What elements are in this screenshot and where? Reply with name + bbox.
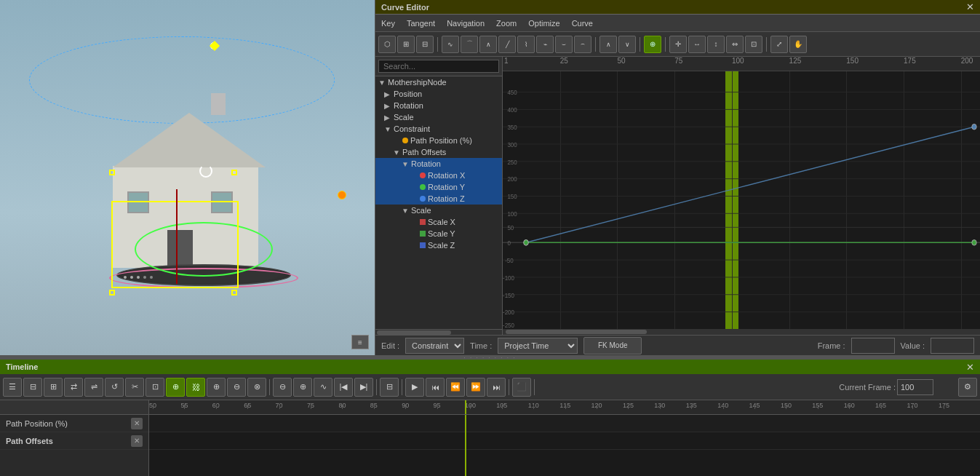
tl-filter[interactable]: ☰ — [3, 378, 22, 397]
tl-next[interactable]: ⏩ — [466, 378, 485, 397]
tl-play[interactable]: ▶ — [405, 378, 424, 397]
tl-record[interactable]: ⊕ — [166, 378, 185, 397]
track-close-po[interactable]: ✕ — [131, 435, 143, 447]
tree-node-constraint[interactable]: ▼ Constraint — [375, 123, 502, 135]
tree-node-position[interactable]: ▶ Position — [375, 88, 502, 100]
tl-output[interactable]: ⊟ — [380, 378, 399, 397]
tb-curve5[interactable]: ⌇ — [517, 36, 535, 53]
tb-move[interactable]: ✛ — [669, 36, 687, 53]
tb-curve7[interactable]: ⌣ — [555, 36, 573, 53]
menu-curve[interactable]: Curve — [572, 19, 593, 28]
tb-curve2[interactable]: ⌒ — [461, 36, 478, 53]
tree-node-scale[interactable]: ▶ Scale — [375, 111, 502, 123]
menu-optimize[interactable]: Optimize — [528, 19, 559, 28]
tree-scrollbar-thumb[interactable] — [377, 330, 451, 335]
tb-expand[interactable]: ⤢ — [770, 36, 788, 53]
tl-marker[interactable]: |◀ — [334, 378, 353, 397]
menu-navigation[interactable]: Navigation — [447, 19, 485, 28]
timeline-close[interactable]: ✕ — [966, 362, 974, 373]
tl-collapse[interactable]: ⊞ — [44, 378, 63, 397]
handle-tl — [109, 170, 115, 175]
tl-copy[interactable]: ⊡ — [146, 378, 164, 397]
info-button[interactable]: ≡ — [351, 335, 369, 349]
menu-zoom[interactable]: Zoom — [496, 19, 517, 28]
tl-snap[interactable]: ⊗ — [247, 378, 266, 397]
frame-input[interactable] — [851, 338, 895, 354]
tb-curve3[interactable]: ∧ — [479, 36, 497, 53]
curve-editor-close[interactable]: ✕ — [966, 1, 974, 12]
tl-zoom-in[interactable]: ⊕ — [293, 378, 312, 397]
tree-node-rot-z[interactable]: ▶ Rotation Z — [375, 193, 502, 205]
tl-render[interactable]: ⬛ — [512, 378, 531, 397]
tb-scale-v[interactable]: ↕ — [707, 36, 725, 53]
time-select[interactable]: Project Time — [498, 338, 578, 354]
tl-to-end[interactable]: ⏭ — [487, 378, 506, 397]
tl-del-key[interactable]: ⊖ — [227, 378, 246, 397]
tl-cut[interactable]: ✂ — [125, 378, 144, 397]
tb-layers[interactable]: ⊟ — [416, 36, 434, 53]
tree-node-rotation[interactable]: ▶ Rotation — [375, 100, 502, 111]
timeline-content: Path Position (%) ✕ Path Offsets ✕ 50 55… — [0, 400, 980, 476]
tree-node-path-offsets[interactable]: ▼ Path Offsets — [375, 146, 502, 158]
tree-node-mothership[interactable]: ▼ MothershipNode — [375, 76, 502, 88]
viewport[interactable]: ≡ — [0, 0, 375, 355]
no-expand-sz: ▶ — [410, 242, 418, 250]
menu-tangent[interactable]: Tangent — [407, 19, 435, 28]
tick-175: 175 — [904, 57, 916, 65]
track-close-pp[interactable]: ✕ — [131, 418, 143, 429]
tl-expand[interactable]: ⊟ — [23, 378, 42, 397]
no-expand-rz: ▶ — [410, 195, 418, 203]
current-frame-input[interactable] — [897, 379, 933, 395]
tree-node-rot-y[interactable]: ▶ Rotation Y — [375, 181, 502, 193]
tree-node-path-position[interactable]: ▶ Path Position (%) — [375, 135, 502, 146]
tb-select[interactable]: ⬡ — [378, 36, 396, 53]
timeline-track-labels: Path Position (%) ✕ Path Offsets ✕ — [0, 400, 149, 476]
curve-bottom-bar: Edit : Constraint Time : Project Time FK… — [375, 335, 980, 355]
tree-search-input[interactable] — [378, 60, 499, 73]
tb-group[interactable]: ⊞ — [397, 36, 415, 53]
tb-keys[interactable]: ⊕ — [644, 36, 661, 53]
mothership-label: MothershipNode — [388, 78, 447, 87]
tree-node-scale-y[interactable]: ▶ Scale Y — [375, 228, 502, 239]
tl-settings[interactable]: ⚙ — [958, 378, 977, 397]
tb-curve1[interactable]: ∿ — [442, 36, 459, 53]
tl-wave[interactable]: ∿ — [314, 378, 332, 397]
no-expand-sx: ▶ — [410, 218, 418, 226]
tb-tangent2[interactable]: ∨ — [618, 36, 636, 53]
tb-curve4[interactable]: ╱ — [498, 36, 516, 53]
tb-curve8[interactable]: ⌢ — [574, 36, 591, 53]
tree-node-scale-group[interactable]: ▼ Scale — [375, 205, 502, 216]
tb-tangent1[interactable]: ∧ — [599, 36, 617, 53]
ruler-140: 140 — [717, 400, 728, 409]
tree-scrollbar-horizontal[interactable] — [375, 329, 502, 335]
menu-key[interactable]: Key — [381, 19, 395, 28]
graph-scrollbar-thumb[interactable] — [506, 330, 647, 334]
rotation-z-dot — [420, 196, 426, 202]
tl-prev[interactable]: ⏪ — [446, 378, 465, 397]
tb-mirror[interactable]: ⇔ — [726, 36, 744, 53]
tl-undo[interactable]: ↺ — [105, 378, 124, 397]
tl-to-start[interactable]: ⏮ — [426, 378, 445, 397]
graph-area[interactable]: 1 25 50 75 100 125 150 175 200 — [503, 57, 980, 335]
tl-marker2[interactable]: ▶| — [354, 378, 373, 397]
tb-fit[interactable]: ⊡ — [745, 36, 762, 53]
svg-text:-250: -250 — [503, 322, 514, 330]
tl-add-key[interactable]: ⊕ — [207, 378, 226, 397]
timeline-right: 50 55 60 65 70 75 80 85 90 95 100 105 11… — [149, 400, 980, 476]
value-input[interactable] — [931, 338, 974, 354]
graph-scrollbar-h[interactable] — [503, 329, 980, 335]
tb-hand[interactable]: ✋ — [789, 36, 807, 53]
tl-unlink[interactable]: ⇌ — [84, 378, 103, 397]
platform-dots — [124, 276, 153, 279]
tree-node-scale-x[interactable]: ▶ Scale X — [375, 216, 502, 228]
edit-select[interactable]: Constraint — [405, 338, 464, 354]
tl-chain[interactable]: ⛓ — [186, 378, 205, 397]
tl-zoom-out[interactable]: ⊖ — [273, 378, 292, 397]
tl-link[interactable]: ⇄ — [64, 378, 83, 397]
fk-mode-button[interactable]: FK Mode — [583, 337, 642, 354]
tree-node-rot-group[interactable]: ▼ Rotation — [375, 158, 502, 170]
tb-curve6[interactable]: ⌁ — [536, 36, 554, 53]
tree-node-scale-z[interactable]: ▶ Scale Z — [375, 239, 502, 251]
tb-scale-h[interactable]: ↔ — [688, 36, 706, 53]
tree-node-rot-x[interactable]: ▶ Rotation X — [375, 170, 502, 181]
